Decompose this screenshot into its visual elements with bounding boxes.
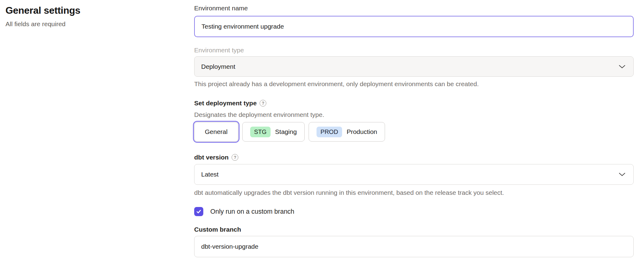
production-badge: PROD — [317, 127, 342, 137]
environment-type-value: Deployment — [201, 63, 235, 70]
environment-name-input[interactable] — [194, 16, 634, 37]
environment-type-label: Environment type — [194, 46, 634, 54]
dbt-version-helper: dbt automatically upgrades the dbt versi… — [194, 189, 634, 197]
deployment-type-general-label: General — [205, 128, 228, 135]
custom-branch-checkbox-row: Only run on a custom branch — [194, 207, 634, 216]
deployment-type-label: Set deployment type — [194, 99, 257, 107]
dbt-version-label-row: dbt version ? — [194, 153, 634, 161]
help-icon[interactable]: ? — [232, 154, 238, 161]
page-title: General settings — [5, 5, 176, 16]
page-subtitle: All fields are required — [5, 20, 176, 28]
environment-settings-page: General settings All fields are required… — [0, 0, 644, 263]
settings-header: General settings All fields are required — [5, 5, 176, 28]
deployment-type-general-button[interactable]: General — [194, 122, 238, 142]
dbt-version-value: Latest — [201, 171, 219, 178]
chevron-down-icon — [619, 65, 625, 69]
environment-type-select: Deployment — [194, 56, 634, 77]
dbt-version-select[interactable]: Latest — [194, 164, 634, 185]
custom-branch-label: Custom branch — [194, 226, 634, 233]
dbt-version-label: dbt version — [194, 153, 229, 161]
deployment-type-options: General STG Staging PROD Production — [194, 122, 634, 142]
deployment-type-description: Designates the deployment environment ty… — [194, 111, 634, 119]
custom-branch-input[interactable] — [194, 236, 634, 257]
settings-form: Environment name Environment type Deploy… — [194, 0, 634, 257]
deployment-type-label-row: Set deployment type ? — [194, 99, 634, 107]
checkmark-icon — [196, 209, 202, 215]
environment-type-helper: This project already has a development e… — [194, 80, 634, 88]
staging-badge: STG — [250, 127, 271, 137]
help-icon[interactable]: ? — [260, 100, 266, 107]
environment-name-label: Environment name — [194, 4, 634, 12]
deployment-type-staging-button[interactable]: STG Staging — [242, 122, 305, 142]
custom-branch-checkbox[interactable] — [194, 207, 203, 216]
chevron-down-icon — [619, 172, 625, 177]
deployment-type-staging-label: Staging — [275, 128, 297, 135]
custom-branch-checkbox-label: Only run on a custom branch — [210, 208, 294, 216]
deployment-type-production-button[interactable]: PROD Production — [309, 122, 385, 142]
deployment-type-production-label: Production — [347, 128, 377, 135]
